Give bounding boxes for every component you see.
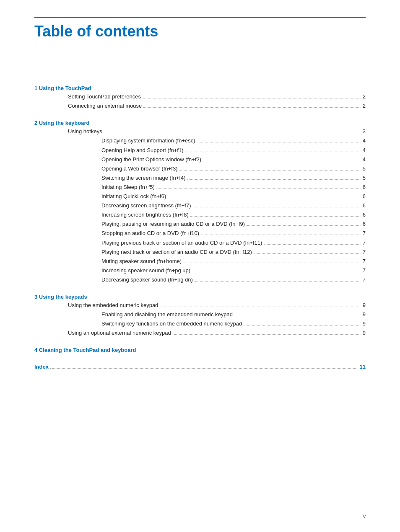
section-heading-section3: 3 Using the keypads [34,294,366,300]
toc-entry: Stopping an audio CD or a DVD (fn+f10)7 [34,229,366,238]
entry-dots [173,334,361,335]
entry-page: 2 [363,92,366,101]
entry-text: Opening the Print Options window (fn+f2) [101,155,201,164]
entry-page: 2 [363,101,366,111]
entry-page: 9 [363,310,366,319]
toc-entry: Using hotkeys3 [34,127,366,136]
toc-entry: Using the embedded numeric keypad9 [34,301,366,310]
entry-page: 7 [363,229,366,238]
entry-dots [143,107,361,108]
toc-entry: Increasing screen brightness (fn+f8)6 [34,210,366,220]
entry-dots [143,98,361,98]
toc-section-section3: 3 Using the keypadsUsing the embedded nu… [34,294,366,338]
entry-text: Displaying system information (fn+esc) [101,136,195,145]
entry-page: 6 [363,210,366,220]
entry-page: 7 [363,238,366,248]
entry-dots [185,152,361,152]
entry-dots [183,263,361,263]
entry-dots [156,189,361,189]
entry-text: Decreasing speaker sound (fn+pg dn) [101,275,193,284]
section-heading-section4: 4 Cleaning the TouchPad and keyboard [34,347,366,353]
entry-page: 4 [363,136,366,145]
entry-dots [247,225,361,226]
entry-dots [160,307,361,307]
entry-page: 6 [363,183,366,192]
entry-page: 4 [363,146,366,155]
toc-entry: Muting speaker sound (fn+home)7 [34,257,366,266]
entry-text: Initiating QuickLock (fn+f6) [101,192,166,201]
entry-page: 7 [363,248,366,257]
toc-entry: Switching key functions on the embedded … [34,319,366,328]
toc-entry: Using an optional external numeric keypa… [34,328,366,338]
entry-text: Using the embedded numeric keypad [68,301,158,310]
entry-text: Connecting an external mouse [68,101,142,111]
entry-dots [197,142,361,142]
toc-entry: Increasing speaker sound (fn+pg up)7 [34,266,366,275]
toc-entry: Switching the screen image (fn+f4)5 [34,173,366,183]
entry-page: 9 [363,301,366,310]
entry-text: Increasing speaker sound (fn+pg up) [101,266,190,275]
toc-entry: Initiating Sleep (fn+f5)6 [34,183,366,192]
toc-entry: Decreasing speaker sound (fn+pg dn)7 [34,275,366,284]
toc-entry: Connecting an external mouse2 [34,101,366,111]
page-footer: v [363,514,366,519]
entry-text: Switching key functions on the embedded … [101,319,242,328]
entry-text: Initiating Sleep (fn+f5) [101,183,155,192]
entry-page: 5 [363,164,366,173]
entry-dots [168,198,361,198]
page-title: Table of contents [34,22,366,40]
toc-entry: Opening the Print Options window (fn+f2)… [34,155,366,164]
toc-entry: Playing next track or section of an audi… [34,248,366,257]
index-dots [50,368,358,369]
entry-dots [244,325,361,325]
toc-section-section2: 2 Using the keyboardUsing hotkeys3Displa… [34,120,366,284]
entry-dots [195,281,361,281]
entry-page: 5 [363,173,366,183]
entry-text: Setting TouchPad preferences [68,92,141,101]
entry-dots [179,170,361,170]
entry-page: 3 [363,127,366,136]
index-entry-container: Index11 [34,362,366,372]
entry-dots [264,244,361,245]
entry-dots [190,216,361,217]
title-rule [34,43,366,43]
entry-text: Opening a Web browser (fn+f3) [101,164,178,173]
entry-text: Playing, pausing or resuming an audio CD… [101,220,245,229]
entry-text: Playing next track or section of an audi… [101,248,252,257]
entry-text: Using an optional external numeric keypa… [68,328,171,338]
entry-page: 9 [363,328,366,338]
toc-entry: Playing previous track or section of an … [34,238,366,248]
entry-page: 4 [363,155,366,164]
page: Table of contents 1 Using the TouchPadSe… [0,0,400,532]
entry-text: Decreasing screen brightness (fn+f7) [101,201,191,210]
entry-text: Opening Help and Support (fn+f1) [101,146,184,155]
section-heading-section1: 1 Using the TouchPad [34,85,366,91]
entry-dots [254,253,361,254]
entry-page: 7 [363,257,366,266]
toc-entry: Enabling and disabling the embedded nume… [34,310,366,319]
entry-page: 6 [363,201,366,210]
entry-page: 9 [363,319,366,328]
toc-section-section4: 4 Cleaning the TouchPad and keyboard [34,347,366,353]
toc-section-section1: 1 Using the TouchPadSetting TouchPad pre… [34,85,366,111]
entry-text: Muting speaker sound (fn+home) [101,257,182,266]
entry-dots [193,207,361,207]
entry-text: Switching the screen image (fn+f4) [101,173,186,183]
entry-text: Increasing screen brightness (fn+f8) [101,210,189,220]
toc-entry: Decreasing screen brightness (fn+f7)6 [34,201,366,210]
entry-text: Stopping an audio CD or a DVD (fn+f10) [101,229,199,238]
toc-entry: Displaying system information (fn+esc)4 [34,136,366,145]
index-page: 11 [360,362,366,372]
toc-entry: Opening a Web browser (fn+f3)5 [34,164,366,173]
entry-dots [234,316,361,316]
entry-page: 6 [363,220,366,229]
entry-dots [201,235,361,235]
entry-text: Enabling and disabling the embedded nume… [101,310,233,319]
toc-body: 1 Using the TouchPadSetting TouchPad pre… [34,85,366,353]
entry-page: 7 [363,266,366,275]
entry-page: 7 [363,275,366,284]
index-text: Index [34,362,49,372]
index-entry: Index11 [34,362,366,372]
entry-page: 6 [363,192,366,201]
top-rule [34,17,366,18]
